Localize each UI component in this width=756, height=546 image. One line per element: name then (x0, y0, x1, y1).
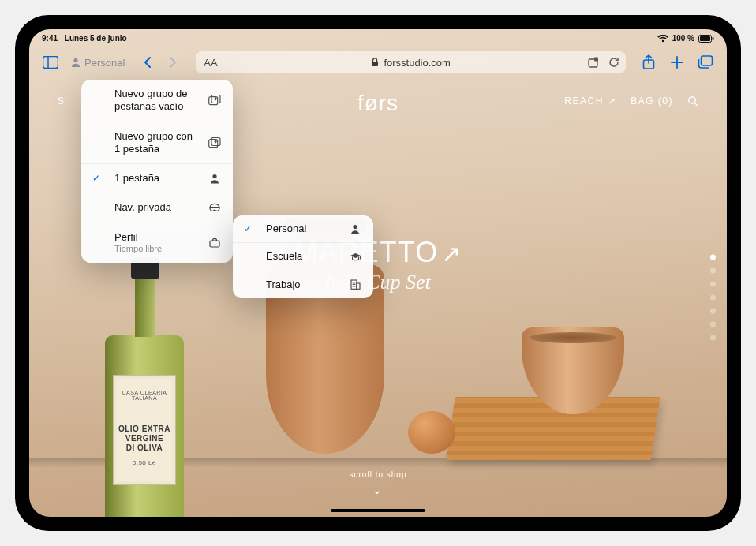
menu-new-with-label: Nuevo grupo con 1 pestaña (114, 130, 196, 156)
graduation-cap-icon (348, 252, 362, 261)
dot-4[interactable] (710, 295, 716, 301)
new-tab-button[interactable] (665, 50, 689, 74)
ipad-frame: 9:41 Lunes 5 de junio 100 % Personal (15, 15, 741, 531)
screen: 9:41 Lunes 5 de junio 100 % Personal (29, 29, 727, 517)
chevron-down-icon: ⌄ (350, 484, 407, 496)
svg-rect-8 (594, 58, 598, 62)
tab-groups-menu: Nuevo grupo de pestañas vacío Nuevo grup… (81, 80, 233, 263)
scroll-cue[interactable]: scroll to shop ⌄ (350, 470, 407, 496)
profile-indicator[interactable]: Personal (67, 57, 128, 69)
status-bar: 9:41 Lunes 5 de junio 100 % (29, 29, 727, 45)
briefcase-icon (208, 238, 222, 248)
dot-6[interactable] (710, 322, 716, 327)
svg-point-5 (73, 58, 77, 62)
svg-point-11 (689, 97, 696, 104)
scroll-cue-text: scroll to shop (350, 470, 407, 479)
profile-submenu: ✓ Personal Escuela Trabajo (233, 215, 373, 298)
svg-rect-28 (354, 286, 355, 286)
svg-rect-21 (351, 280, 357, 289)
fruit-graphic (408, 411, 455, 454)
svg-line-12 (694, 103, 698, 106)
address-bar[interactable]: AA forsstudio.com (196, 51, 626, 73)
profile-label: Personal (84, 57, 125, 69)
status-date: Lunes 5 de junio (65, 34, 127, 43)
profile-escuela[interactable]: Escuela (233, 242, 373, 270)
status-time: 9:41 (42, 34, 58, 43)
dot-2[interactable] (710, 268, 716, 274)
bottle-product: OLIO EXTRA VERGINE DI OLIVA (114, 424, 175, 453)
dot-5[interactable] (710, 309, 716, 314)
svg-rect-27 (352, 286, 353, 286)
nav-bag[interactable]: BAG (0) (631, 95, 673, 107)
browser-toolbar: Personal AA forsstudio.com (29, 47, 727, 78)
svg-rect-6 (372, 62, 378, 66)
checkmark-icon: ✓ (92, 173, 103, 184)
profile-personal-label: Personal (266, 223, 337, 235)
tabs-button[interactable] (694, 50, 717, 74)
profile-trabajo-label: Trabajo (266, 279, 337, 291)
profile-personal[interactable]: ✓ Personal (233, 215, 373, 242)
new-tab-group-icon (208, 137, 222, 148)
hero-arrow-icon: ↗ (441, 241, 462, 267)
menu-new-group-with-tab[interactable]: Nuevo grupo con 1 pestaña (81, 122, 233, 164)
forward-button[interactable] (161, 50, 185, 74)
svg-rect-24 (354, 282, 355, 282)
svg-rect-3 (43, 57, 58, 69)
url-text: forsstudio.com (384, 57, 451, 69)
wifi-icon (657, 35, 668, 43)
checkmark-icon: ✓ (244, 223, 255, 234)
sidebar-button[interactable] (39, 50, 62, 74)
person-icon (208, 174, 222, 184)
menu-profile-sublabel: Tiempo libre (114, 244, 196, 255)
reload-icon[interactable] (608, 57, 619, 68)
share-button[interactable] (637, 50, 661, 74)
menu-one-tab-label: 1 pestaña (114, 172, 196, 185)
bottle-brand: CASA OLEARIA TALIANA (114, 390, 175, 401)
svg-rect-10 (702, 56, 713, 65)
menu-one-tab[interactable]: ✓ 1 pestaña (81, 163, 233, 193)
svg-rect-1 (700, 36, 710, 41)
svg-rect-23 (352, 282, 353, 282)
menu-private-label: Nav. privada (114, 201, 196, 214)
dot-1[interactable] (710, 255, 716, 260)
svg-point-19 (353, 225, 357, 229)
building-icon (348, 279, 362, 290)
reader-aa-button[interactable]: AA (204, 57, 217, 69)
lock-icon (371, 58, 379, 67)
extensions-icon[interactable] (588, 57, 601, 68)
hero-line2: fe & Cup Set (29, 271, 727, 294)
new-tab-group-icon (208, 95, 222, 106)
home-indicator[interactable] (331, 509, 425, 512)
svg-point-17 (212, 174, 216, 178)
svg-rect-26 (354, 284, 355, 285)
back-button[interactable] (136, 50, 159, 74)
nav-reach[interactable]: REACH ↗ (564, 95, 616, 107)
profile-escuela-label: Escuela (266, 250, 337, 263)
battery-icon (698, 35, 714, 43)
nav-search-icon[interactable] (687, 95, 698, 107)
svg-rect-2 (713, 37, 714, 40)
menu-profile[interactable]: Perfil Tiempo libre (81, 223, 233, 263)
menu-new-empty-group[interactable]: Nuevo grupo de pestañas vacío (81, 80, 233, 122)
svg-rect-25 (352, 284, 353, 285)
menu-profile-label: Perfil (114, 231, 138, 243)
nav-left[interactable]: S (58, 95, 65, 107)
menu-private-browsing[interactable]: Nav. privada (81, 193, 233, 222)
dot-3[interactable] (710, 282, 716, 287)
svg-rect-18 (210, 241, 219, 247)
status-battery: 100 % (672, 34, 694, 43)
person-icon (348, 224, 362, 234)
dot-7[interactable] (710, 335, 716, 341)
svg-rect-22 (357, 283, 360, 289)
page-dots[interactable] (710, 255, 716, 341)
profile-trabajo[interactable]: Trabajo (233, 271, 373, 298)
bottle-volume: 0,50 L℮ (114, 459, 175, 466)
menu-new-empty-label: Nuevo grupo de pestañas vacío (114, 88, 196, 114)
private-icon (208, 203, 222, 212)
